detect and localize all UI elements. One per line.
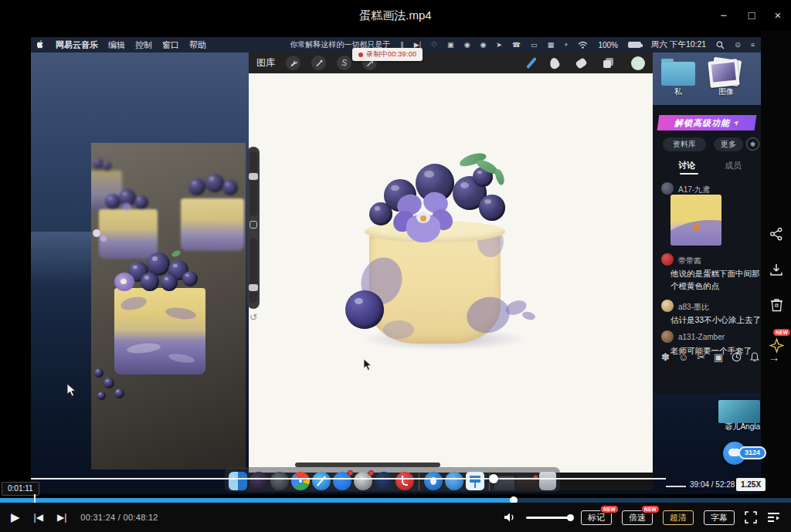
wallpaper-horizon xyxy=(31,232,100,286)
smudge-tool-icon[interactable] xyxy=(548,56,560,69)
subtitle-button[interactable]: 字幕 xyxy=(704,510,735,525)
avatar[interactable] xyxy=(661,300,674,312)
dock-browser-sphere-icon[interactable] xyxy=(445,472,463,490)
heart-icon[interactable]: ♡ xyxy=(431,41,437,49)
sticker-flower-icon[interactable]: ✽ xyxy=(661,351,670,363)
screenshot-scissors-icon[interactable]: ✂ xyxy=(697,351,705,363)
inner-progress-knob[interactable] xyxy=(489,474,498,483)
dock-trash-icon[interactable] xyxy=(539,472,556,490)
mark-button-label: 标记 xyxy=(588,513,605,522)
chapter-marker[interactable] xyxy=(34,494,36,503)
maximize-icon[interactable]: □ xyxy=(740,0,763,31)
message-image-attachment[interactable] xyxy=(670,195,721,246)
playlist-icon[interactable] xyxy=(767,512,780,523)
next-button[interactable]: ▶| xyxy=(57,512,66,523)
brush-size-handle[interactable] xyxy=(249,173,258,180)
avatar[interactable] xyxy=(661,182,674,195)
volume-icon[interactable] xyxy=(504,512,516,523)
playback-speed-badge[interactable]: 1.25X xyxy=(736,478,766,491)
quality-button[interactable]: 超清 xyxy=(663,510,694,525)
folder-label: 私 xyxy=(657,86,700,97)
volume-knob[interactable] xyxy=(567,514,574,521)
share-icon[interactable] xyxy=(768,227,785,241)
dock-settings-icon[interactable] xyxy=(354,472,372,490)
dock-dark-app-icon[interactable] xyxy=(375,472,393,490)
control-center-icon[interactable]: ⊙ xyxy=(735,41,741,49)
brush-tool-icon[interactable] xyxy=(526,57,537,69)
undo-icon[interactable]: ↺ xyxy=(247,312,260,323)
history-clock-icon[interactable] xyxy=(732,352,742,362)
menu-window[interactable]: 窗口 xyxy=(162,39,179,51)
dock-launchpad-icon[interactable] xyxy=(270,472,289,490)
dock-keynote-icon[interactable] xyxy=(466,472,484,490)
dock-chrome-icon[interactable] xyxy=(291,472,310,490)
display-icon[interactable]: ▭ xyxy=(531,41,538,49)
macos-dock xyxy=(225,467,560,492)
emoji-icon[interactable]: ☺ xyxy=(678,351,688,363)
previous-button[interactable]: |◀ xyxy=(34,512,43,523)
opacity-slider[interactable] xyxy=(250,238,257,303)
image-upload-icon[interactable]: ▣ xyxy=(714,351,723,363)
inner-volume-slider[interactable] xyxy=(666,486,686,487)
menu-edit[interactable]: 编辑 xyxy=(108,39,125,51)
folder-icon[interactable] xyxy=(661,62,695,86)
play-button[interactable]: ▶ xyxy=(11,510,20,524)
apple-menu-icon[interactable] xyxy=(37,40,46,50)
avatar[interactable] xyxy=(661,330,674,343)
grid-icon[interactable]: ▦ xyxy=(548,41,555,49)
selection-tool-icon[interactable]: S xyxy=(337,56,351,70)
library-button[interactable]: 资料库 xyxy=(663,137,706,151)
inner-video-progress[interactable] xyxy=(31,478,666,479)
status-dot2-icon[interactable]: ◉ xyxy=(480,41,486,49)
modify-button[interactable] xyxy=(250,221,257,229)
speed-button[interactable]: 倍速 NEW xyxy=(622,510,653,525)
pin-star-icon[interactable] xyxy=(768,338,785,353)
phone-icon[interactable]: ☎ xyxy=(512,41,521,49)
color-swatch[interactable] xyxy=(631,56,645,70)
streamer-video-thumbnail[interactable] xyxy=(718,400,760,423)
volume-slider[interactable] xyxy=(526,517,571,519)
opacity-handle[interactable] xyxy=(249,284,258,291)
eraser-tool-icon[interactable] xyxy=(575,57,587,69)
dock-appstore-icon[interactable] xyxy=(333,472,351,490)
battery-icon xyxy=(628,42,641,48)
list-menu-icon[interactable]: ≡ xyxy=(751,41,755,49)
avatar[interactable] xyxy=(661,253,674,266)
trash-icon[interactable] xyxy=(768,297,785,312)
mark-button[interactable]: 标记 NEW xyxy=(581,510,612,525)
tab-discussion[interactable]: 讨论 xyxy=(678,160,695,171)
close-icon[interactable]: × xyxy=(766,0,789,31)
menubar-clock[interactable]: 周六 下午10:21 xyxy=(651,39,706,50)
more-button[interactable]: 更多 xyxy=(714,137,743,151)
brush-size-slider[interactable] xyxy=(250,151,257,216)
actions-wrench-icon[interactable] xyxy=(286,56,300,70)
adjustments-wand-icon[interactable] xyxy=(311,56,326,70)
unlock-banner[interactable]: 解锁高级功能 ➤ xyxy=(657,115,757,130)
download-icon[interactable] xyxy=(768,263,785,277)
wifi-icon[interactable] xyxy=(578,41,588,49)
menu-control[interactable]: 控制 xyxy=(135,39,152,51)
gallery-button[interactable]: 图库 xyxy=(256,56,275,69)
send-icon[interactable]: ➤ xyxy=(496,41,502,49)
menu-app-name[interactable]: 网易云音乐 xyxy=(56,39,98,51)
box-icon[interactable]: ▣ xyxy=(447,41,454,49)
dock-safari-icon[interactable] xyxy=(312,472,331,490)
gear-icon[interactable]: ✱ xyxy=(746,137,759,151)
dock-qq-icon[interactable] xyxy=(424,472,443,490)
tab-members[interactable]: 成员 xyxy=(725,160,742,171)
menu-help[interactable]: 帮助 xyxy=(189,39,206,51)
chat-count-badge: 3124 xyxy=(738,446,766,459)
images-stack-icon[interactable] xyxy=(709,57,743,88)
dock-netease-music-icon[interactable] xyxy=(396,472,414,490)
dock-finder-icon[interactable] xyxy=(229,472,247,490)
dock-sphere-icon[interactable] xyxy=(250,472,268,490)
minimize-icon[interactable]: − xyxy=(712,0,735,31)
status-dot-icon[interactable]: ◉ xyxy=(464,41,470,49)
plus-icon[interactable]: + xyxy=(564,41,568,49)
tab-underline xyxy=(680,173,698,175)
reference-cake-main xyxy=(114,242,205,374)
fullscreen-icon[interactable] xyxy=(745,511,757,524)
search-icon[interactable] xyxy=(716,41,725,49)
layers-icon[interactable] xyxy=(603,58,614,69)
notification-bell-icon[interactable] xyxy=(750,352,759,362)
